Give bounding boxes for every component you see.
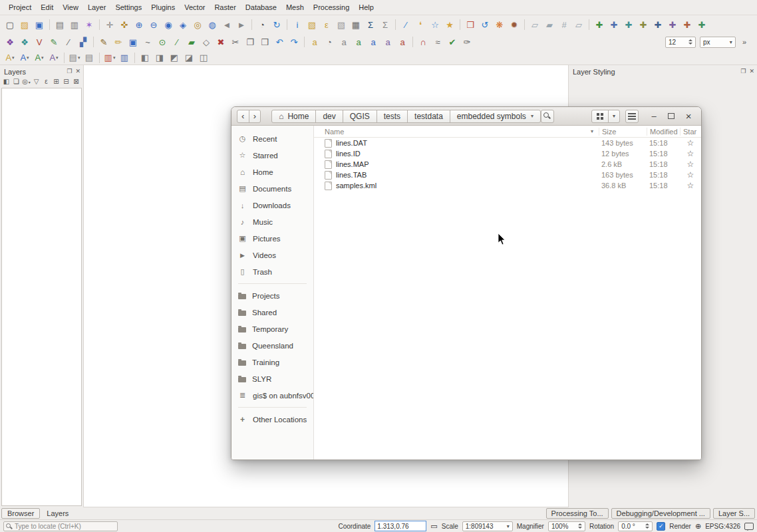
coordinate-input[interactable] xyxy=(375,521,426,531)
menu-processing[interactable]: Processing xyxy=(309,1,354,13)
temporal-controller-button[interactable]: ◔ xyxy=(255,17,269,32)
menu-edit[interactable]: Edit xyxy=(36,1,58,13)
project-open-button[interactable]: ▨ xyxy=(17,17,32,32)
move-label-tool-button[interactable]: ◧ xyxy=(138,51,152,65)
crumb-testdata[interactable]: testdata xyxy=(407,110,450,123)
menu-layer[interactable]: Layer xyxy=(83,1,111,13)
zoom-last-button[interactable]: ◄ xyxy=(220,17,234,32)
close-icon[interactable]: ✕ xyxy=(749,68,754,74)
mesh-calculator-button[interactable]: ▱ xyxy=(528,17,542,32)
sidebar-item-downloads[interactable]: Downloads xyxy=(231,197,313,213)
menu-mesh[interactable]: Mesh xyxy=(281,1,309,13)
refresh-layers-button[interactable]: ↺ xyxy=(478,17,492,32)
project-new-button[interactable]: ▢ xyxy=(3,17,17,32)
crumb-tests[interactable]: tests xyxy=(377,110,408,123)
select-features-button[interactable]: ▧ xyxy=(305,17,319,32)
spinbox-arrows-icon[interactable] xyxy=(578,523,582,529)
tab-debugging-development[interactable]: Debugging/Development ... xyxy=(611,508,710,519)
georeferencer-button[interactable]: # xyxy=(557,17,571,32)
add-line-feature-button[interactable]: ∕ xyxy=(170,35,184,49)
line-style-button[interactable]: ∕ xyxy=(61,35,76,49)
new-bookmark-button[interactable]: ☆ xyxy=(428,17,442,32)
save-layer-edits-button[interactable]: ▣ xyxy=(126,35,140,49)
view-grid-button[interactable] xyxy=(591,110,609,123)
filter-legend-button[interactable]: ▽ xyxy=(31,77,41,87)
highlight-labels-button[interactable]: a xyxy=(351,35,366,49)
project-save-button[interactable]: ▣ xyxy=(32,17,47,32)
sidebar-item-videos[interactable]: Videos xyxy=(231,247,313,263)
lines.ID[interactable]: lines.ID 12 bytes 15:18 ☆ xyxy=(314,148,701,159)
lines.MAP[interactable]: lines.MAP 2.6 kB 15:18 ☆ xyxy=(314,159,701,170)
rotation-spinbox[interactable]: 0.0 ° xyxy=(618,521,653,531)
annotation-options-button[interactable]: ▤ ▾ xyxy=(67,51,82,65)
globe-crs-icon[interactable]: ⊕ xyxy=(695,522,701,531)
sidebar-item-projects[interactable]: Projects xyxy=(231,287,313,304)
crumb-home[interactable]: Home xyxy=(271,110,316,123)
sidebar-item-home[interactable]: Home xyxy=(231,164,313,180)
sidebar-item-music[interactable]: Music xyxy=(231,213,313,230)
expand-all-button[interactable]: ⊞ xyxy=(51,77,61,87)
zoom-in-button[interactable]: ⊕ xyxy=(132,17,146,32)
menu-project[interactable]: Project xyxy=(4,1,36,13)
add-vector-layer-button[interactable]: ✚ xyxy=(592,17,607,32)
zoom-to-selection-button[interactable]: ◎ xyxy=(190,17,205,32)
menu-help[interactable]: Help xyxy=(354,1,378,13)
column-header-size[interactable]: Size xyxy=(599,128,647,136)
identify-features-button[interactable]: i xyxy=(290,17,305,32)
lines.TAB[interactable]: lines.TAB 163 bytes 15:18 ☆ xyxy=(314,170,701,180)
sidebar-item-training[interactable]: Training xyxy=(231,354,313,370)
magnifier-spinbox[interactable]: 100% xyxy=(548,521,585,531)
annotation-button[interactable]: ✑ xyxy=(460,35,474,49)
column-header-star[interactable]: Star xyxy=(680,128,701,136)
view-options-button[interactable]: ▾ xyxy=(608,110,620,123)
zoom-out-button[interactable]: ⊖ xyxy=(146,17,161,32)
label-background-button[interactable]: A ▾ xyxy=(47,51,61,65)
star-toggle-icon[interactable]: ☆ xyxy=(680,138,701,148)
crumb-qgis[interactable]: QGIS xyxy=(343,110,377,123)
sidebar-item-gis-share[interactable]: gis$ on aubnfsv006 xyxy=(231,387,313,404)
add-polygon-feature-button[interactable]: ▰ xyxy=(184,35,199,49)
star-toggle-icon[interactable]: ☆ xyxy=(680,181,701,190)
deselect-features-button[interactable]: ▧ xyxy=(334,17,349,32)
sidebar-item-starred[interactable]: Starred xyxy=(231,147,313,164)
spinbox-arrows-icon[interactable] xyxy=(688,39,692,45)
toolbar-overflow-button[interactable]: » xyxy=(740,38,749,46)
sidebar-item-other-locations[interactable]: Other Locations xyxy=(231,411,313,428)
sidebar-item-temporary[interactable]: Temporary xyxy=(231,321,313,337)
field-calculator-button[interactable]: Σ xyxy=(363,17,378,32)
change-label-button[interactable]: a xyxy=(395,35,410,49)
zoom-full-button[interactable]: ◈ xyxy=(176,17,190,32)
copy-style-button[interactable]: ▥ ▾ xyxy=(102,51,117,65)
add-group-button[interactable]: ❏ xyxy=(11,77,21,87)
tab-layers[interactable]: Layers xyxy=(41,509,74,518)
back-button[interactable]: ‹ xyxy=(237,110,249,123)
sidebar-item-documents[interactable]: Documents xyxy=(231,180,313,197)
symbol-levels-button[interactable]: ▞ xyxy=(76,35,90,49)
redo-button[interactable]: ↷ xyxy=(287,35,301,49)
show-hidden-labels-button[interactable]: ◫ xyxy=(196,51,211,65)
pin-label-tool-button[interactable]: ◪ xyxy=(182,51,196,65)
add-mesh-layer-button[interactable]: ✚ xyxy=(621,17,636,32)
layer-labeling-button[interactable]: a xyxy=(307,35,322,49)
undo-button[interactable]: ↶ xyxy=(272,35,287,49)
close-button[interactable]: × xyxy=(681,110,696,123)
forward-button[interactable]: › xyxy=(249,110,261,123)
menu-database[interactable]: Database xyxy=(241,1,281,13)
menu-plugins[interactable]: Plugins xyxy=(146,1,180,13)
report-bug-button[interactable]: ✹ xyxy=(507,17,522,32)
snapping-button[interactable]: ∩ xyxy=(416,35,430,49)
delete-selected-button[interactable]: ✖ xyxy=(214,35,228,49)
paste-style-button[interactable]: ▥ xyxy=(117,51,132,65)
data-source-manager-button[interactable]: ❒ xyxy=(463,17,478,32)
layer-diagram-button[interactable]: ◔ xyxy=(322,35,337,49)
pan-to-selection-button[interactable]: ✜ xyxy=(117,17,132,32)
column-header-name[interactable]: Name ▾ xyxy=(314,128,599,136)
trace-button[interactable]: ≈ xyxy=(430,35,445,49)
sidebar-item-pictures[interactable]: Pictures xyxy=(231,230,313,247)
zoom-next-button[interactable]: ► xyxy=(234,17,249,32)
select-by-expression-button[interactable]: ε xyxy=(319,17,334,32)
mesh-edit-button[interactable]: ▰ xyxy=(542,17,557,32)
pan-map-button[interactable]: ✛ xyxy=(102,17,117,32)
menu-raster[interactable]: Raster xyxy=(210,1,240,13)
label-options-button[interactable]: A ▾ xyxy=(3,51,17,65)
